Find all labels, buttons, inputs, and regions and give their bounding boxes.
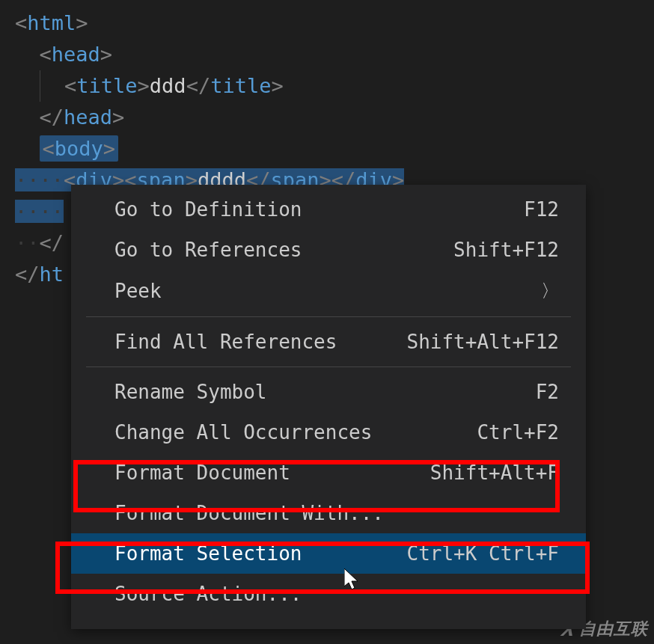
code-line: <title>ddd</title> xyxy=(15,70,654,102)
menu-label: Find All References xyxy=(114,331,337,353)
menu-label: Source Action... xyxy=(114,583,302,605)
code-line: <head> xyxy=(15,39,654,70)
context-menu: Go to Definition F12 Go to References Sh… xyxy=(71,185,586,629)
menu-shortcut: F2 xyxy=(536,381,559,403)
menu-label: Go to References xyxy=(114,239,302,261)
menu-label: Rename Symbol xyxy=(114,381,267,403)
menu-shortcut: Shift+Alt+F12 xyxy=(407,331,560,353)
menu-label: Go to Definition xyxy=(114,198,302,221)
menu-shortcut: Ctrl+K Ctrl+F xyxy=(407,542,560,565)
menu-label: Format Selection xyxy=(114,542,302,565)
menu-item-change-all-occurrences[interactable]: Change All Occurrences Ctrl+F2 xyxy=(71,412,586,453)
menu-item-go-to-references[interactable]: Go to References Shift+F12 xyxy=(71,230,586,270)
menu-item-format-document-with[interactable]: Format Document With... xyxy=(71,493,586,533)
menu-label: Peek xyxy=(114,280,162,302)
menu-shortcut: Shift+F12 xyxy=(453,239,559,261)
menu-separator xyxy=(86,367,571,367)
menu-item-find-all-references[interactable]: Find All References Shift+Alt+F12 xyxy=(71,322,586,362)
menu-label: Format Document With... xyxy=(114,502,384,524)
menu-item-rename-symbol[interactable]: Rename Symbol F2 xyxy=(71,372,586,412)
menu-shortcut: Ctrl+F2 xyxy=(477,421,559,444)
menu-item-source-action[interactable]: Source Action... xyxy=(71,574,586,614)
menu-item-go-to-definition[interactable]: Go to Definition F12 xyxy=(71,189,586,230)
menu-item-peek[interactable]: Peek 〉 xyxy=(71,270,586,312)
code-line: <body> xyxy=(15,133,654,165)
chevron-right-icon: 〉 xyxy=(541,279,559,303)
watermark-text: 自由互联 xyxy=(579,618,648,640)
menu-label: Format Document xyxy=(114,461,290,484)
menu-item-format-document[interactable]: Format Document Shift+Alt+F xyxy=(71,453,586,493)
code-line: </head> xyxy=(15,102,654,133)
menu-shortcut: F12 xyxy=(524,198,559,221)
menu-label: Change All Occurrences xyxy=(114,421,372,444)
menu-item-format-selection[interactable]: Format Selection Ctrl+K Ctrl+F xyxy=(71,533,586,574)
menu-separator xyxy=(86,316,571,317)
menu-shortcut: Shift+Alt+F xyxy=(430,461,559,484)
code-line: <html> xyxy=(15,7,654,39)
